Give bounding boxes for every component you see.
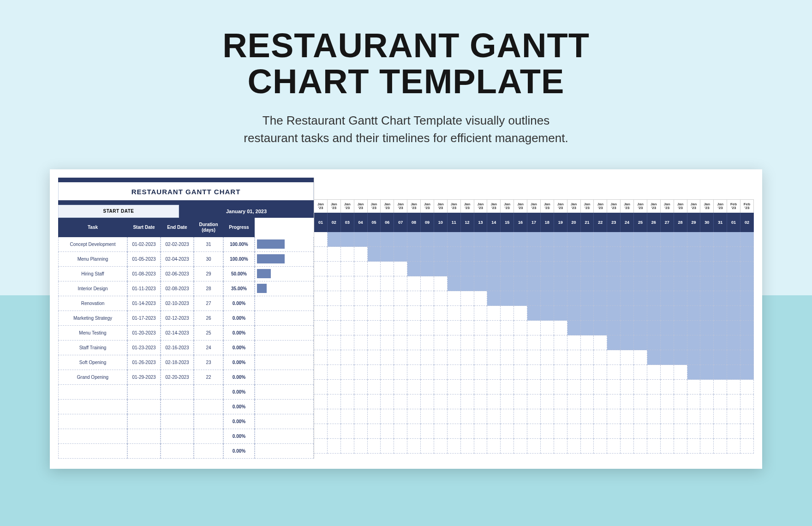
cell-task[interactable] bbox=[58, 429, 127, 444]
cell-start[interactable]: 01-05-2023 bbox=[127, 252, 161, 267]
cell-start[interactable] bbox=[127, 429, 161, 444]
cell-progress[interactable]: 100.00% bbox=[223, 237, 255, 252]
cell-progress[interactable]: 0.00% bbox=[223, 296, 255, 311]
cell-start[interactable]: 01-17-2023 bbox=[127, 311, 161, 326]
cell-duration[interactable]: 25 bbox=[194, 326, 223, 341]
cell-task[interactable] bbox=[58, 444, 127, 459]
cell-duration[interactable]: 26 bbox=[194, 311, 223, 326]
cell-duration[interactable]: 23 bbox=[194, 355, 223, 370]
cell-task[interactable] bbox=[58, 414, 127, 429]
table-row[interactable]: Concept Development01-02-202302-02-20233… bbox=[58, 237, 314, 252]
cell-progress[interactable]: 100.00% bbox=[223, 252, 255, 267]
cell-duration[interactable]: 22 bbox=[194, 370, 223, 385]
cell-duration[interactable]: 31 bbox=[194, 237, 223, 252]
table-row[interactable]: Menu Planning01-05-202302-04-202330100.0… bbox=[58, 252, 314, 267]
cell-duration[interactable]: 29 bbox=[194, 267, 223, 281]
cell-progress[interactable]: 35.00% bbox=[223, 281, 255, 296]
cell-task[interactable]: Menu Testing bbox=[58, 326, 127, 341]
cell-duration[interactable] bbox=[194, 385, 223, 400]
table-row[interactable]: 0.00% bbox=[58, 429, 314, 444]
table-row[interactable]: Renovation01-14-202302-10-2023270.00% bbox=[58, 296, 314, 311]
cell-end[interactable] bbox=[161, 444, 194, 459]
cell-progress[interactable]: 0.00% bbox=[223, 414, 255, 429]
table-row[interactable]: Grand Opening01-29-202302-20-2023220.00% bbox=[58, 370, 314, 385]
cell-progress[interactable]: 0.00% bbox=[223, 355, 255, 370]
cell-end[interactable]: 02-20-2023 bbox=[161, 370, 194, 385]
cell-progress[interactable]: 0.00% bbox=[223, 326, 255, 341]
cell-start[interactable] bbox=[127, 385, 161, 400]
cell-duration[interactable]: 24 bbox=[194, 341, 223, 355]
cell-progress[interactable]: 0.00% bbox=[223, 429, 255, 444]
cell-end[interactable] bbox=[161, 385, 194, 400]
cell-task[interactable]: Soft Opening bbox=[58, 355, 127, 370]
cell-duration[interactable] bbox=[194, 429, 223, 444]
table-row[interactable]: Staff Training01-23-202302-16-2023240.00… bbox=[58, 341, 314, 355]
gantt-cell bbox=[341, 321, 354, 335]
cell-progress-bar bbox=[255, 355, 314, 370]
cell-task[interactable]: Menu Planning bbox=[58, 252, 127, 267]
table-row[interactable]: Interior Design01-11-202302-08-20232835.… bbox=[58, 281, 314, 296]
table-row[interactable]: Marketing Strategy01-17-202302-12-202326… bbox=[58, 311, 314, 326]
gantt-cell bbox=[647, 262, 661, 276]
gantt-cell bbox=[394, 424, 407, 439]
table-row[interactable]: Soft Opening01-26-202302-18-2023230.00% bbox=[58, 355, 314, 370]
table-row[interactable]: 0.00% bbox=[58, 385, 314, 400]
cell-start[interactable] bbox=[127, 400, 161, 414]
table-row[interactable]: Menu Testing01-20-202302-14-2023250.00% bbox=[58, 326, 314, 341]
cell-progress[interactable]: 0.00% bbox=[223, 341, 255, 355]
cell-end[interactable]: 02-16-2023 bbox=[161, 341, 194, 355]
cell-task[interactable] bbox=[58, 385, 127, 400]
cell-task[interactable]: Staff Training bbox=[58, 341, 127, 355]
cell-progress[interactable]: 50.00% bbox=[223, 267, 255, 281]
cell-start[interactable]: 01-29-2023 bbox=[127, 370, 161, 385]
cell-end[interactable]: 02-06-2023 bbox=[161, 267, 194, 281]
cell-progress[interactable]: 0.00% bbox=[223, 400, 255, 414]
month-label: Jan'23 bbox=[407, 200, 421, 213]
table-row[interactable]: Hiring Staff01-08-202302-06-20232950.00% bbox=[58, 267, 314, 281]
cell-start[interactable]: 01-08-2023 bbox=[127, 267, 161, 281]
cell-start[interactable]: 01-23-2023 bbox=[127, 341, 161, 355]
cell-progress[interactable]: 0.00% bbox=[223, 370, 255, 385]
cell-end[interactable] bbox=[161, 429, 194, 444]
cell-end[interactable]: 02-18-2023 bbox=[161, 355, 194, 370]
cell-progress[interactable]: 0.00% bbox=[223, 444, 255, 459]
cell-duration[interactable] bbox=[194, 414, 223, 429]
table-row[interactable]: 0.00% bbox=[58, 414, 314, 429]
cell-end[interactable]: 02-12-2023 bbox=[161, 311, 194, 326]
cell-task[interactable]: Renovation bbox=[58, 296, 127, 311]
cell-end[interactable]: 02-08-2023 bbox=[161, 281, 194, 296]
cell-task[interactable]: Grand Opening bbox=[58, 370, 127, 385]
cell-start[interactable] bbox=[127, 444, 161, 459]
table-row[interactable]: 0.00% bbox=[58, 444, 314, 459]
cell-start[interactable]: 01-26-2023 bbox=[127, 355, 161, 370]
cell-end[interactable]: 02-02-2023 bbox=[161, 237, 194, 252]
cell-task[interactable]: Interior Design bbox=[58, 281, 127, 296]
cell-duration[interactable] bbox=[194, 400, 223, 414]
cell-start[interactable]: 01-11-2023 bbox=[127, 281, 161, 296]
gantt-cell bbox=[634, 439, 647, 454]
cell-end[interactable] bbox=[161, 400, 194, 414]
cell-start[interactable]: 01-02-2023 bbox=[127, 237, 161, 252]
gantt-cell bbox=[341, 409, 354, 424]
cell-task[interactable] bbox=[58, 400, 127, 414]
cell-start[interactable]: 01-20-2023 bbox=[127, 326, 161, 341]
cell-start[interactable] bbox=[127, 414, 161, 429]
cell-end[interactable] bbox=[161, 414, 194, 429]
gantt-cell bbox=[700, 262, 714, 276]
cell-duration[interactable] bbox=[194, 444, 223, 459]
cell-end[interactable]: 02-10-2023 bbox=[161, 296, 194, 311]
cell-task[interactable]: Hiring Staff bbox=[58, 267, 127, 281]
cell-duration[interactable]: 28 bbox=[194, 281, 223, 296]
cell-end[interactable]: 02-14-2023 bbox=[161, 326, 194, 341]
table-row[interactable]: 0.00% bbox=[58, 400, 314, 414]
cell-progress[interactable]: 0.00% bbox=[223, 311, 255, 326]
cell-start[interactable]: 01-14-2023 bbox=[127, 296, 161, 311]
cell-duration[interactable]: 27 bbox=[194, 296, 223, 311]
cell-progress[interactable]: 0.00% bbox=[223, 385, 255, 400]
cell-task[interactable]: Concept Development bbox=[58, 237, 127, 252]
gantt-cell bbox=[541, 335, 554, 350]
cell-end[interactable]: 02-04-2023 bbox=[161, 252, 194, 267]
cell-task[interactable]: Marketing Strategy bbox=[58, 311, 127, 326]
cell-duration[interactable]: 30 bbox=[194, 252, 223, 267]
gantt-cell bbox=[594, 276, 607, 291]
